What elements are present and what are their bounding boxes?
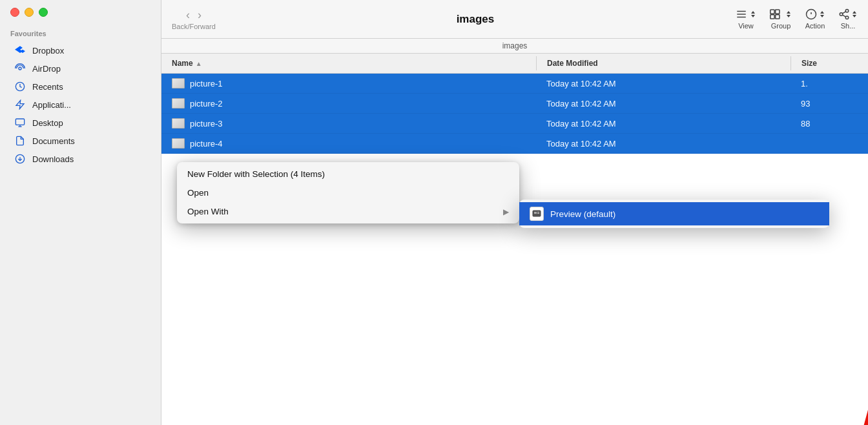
- file-thumbnail: [172, 78, 185, 88]
- back-button[interactable]: ‹: [183, 8, 192, 22]
- action-button[interactable]: Action: [805, 8, 825, 30]
- table-row[interactable]: picture-4 Today at 10:42 AM: [161, 134, 868, 154]
- back-forward-label: Back/Forward: [172, 23, 216, 30]
- table-row[interactable]: picture-1 Today at 10:42 AM 1.: [161, 74, 868, 94]
- red-arrow-icon: [855, 373, 868, 425]
- view-icon-row: [735, 8, 757, 20]
- context-menu-item-label: Open: [187, 188, 209, 198]
- file-name: picture-2: [190, 99, 223, 109]
- group-label: Group: [771, 22, 791, 30]
- file-size: 93: [801, 99, 810, 109]
- file-cell-size: [790, 140, 868, 147]
- favourites-label: Favourites: [0, 27, 161, 41]
- file-cell-date: Today at 10:42 AM: [536, 134, 790, 153]
- group-button[interactable]: Group: [770, 8, 792, 30]
- sidebar-item-desktop[interactable]: Desktop: [4, 114, 157, 132]
- share-chevron-icon: [851, 10, 858, 19]
- file-cell-name: picture-2: [161, 94, 536, 112]
- context-menu-item-label: Open With: [187, 207, 229, 216]
- sidebar-item-dropbox[interactable]: Dropbox: [4, 41, 157, 59]
- file-cell-date: Today at 10:42 AM: [536, 74, 790, 93]
- svg-marker-27: [855, 373, 868, 425]
- table-row[interactable]: picture-3 Today at 10:42 AM 88: [161, 114, 868, 134]
- share-icon-row: [838, 8, 858, 20]
- file-thumbnail: [172, 118, 185, 129]
- desktop-icon: [14, 117, 26, 129]
- group-chevron-icon: [785, 10, 792, 19]
- column-size-header[interactable]: Size: [790, 56, 868, 70]
- action-label: Action: [805, 22, 825, 30]
- file-cell-name: picture-4: [161, 134, 536, 152]
- minimize-button[interactable]: [25, 8, 34, 17]
- sidebar-item-applications[interactable]: Applicati...: [4, 96, 157, 114]
- svg-rect-11: [770, 10, 774, 14]
- column-date-header[interactable]: Date Modified: [536, 56, 790, 70]
- table-row[interactable]: picture-2 Today at 10:42 AM 93: [161, 94, 868, 114]
- file-cell-name: picture-3: [161, 114, 536, 132]
- file-cell-size: 88: [790, 114, 868, 133]
- recents-icon: [14, 81, 26, 92]
- desktop-label: Desktop: [32, 118, 63, 128]
- context-menu: New Folder with Selection (4 Items) Open…: [177, 162, 519, 223]
- sidebar-item-documents[interactable]: Documents: [4, 132, 157, 150]
- svg-rect-24: [534, 212, 537, 214]
- nav-section: ‹ › Back/Forward: [172, 8, 216, 30]
- svg-point-0: [19, 67, 21, 70]
- svg-point-20: [845, 16, 849, 19]
- file-date: Today at 10:42 AM: [546, 119, 616, 129]
- group-icon-row: [770, 8, 792, 20]
- submenu-item-label: Preview (default): [550, 209, 615, 219]
- nav-buttons: ‹ ›: [183, 8, 204, 22]
- file-cell-name: picture-1: [161, 74, 536, 92]
- applications-icon: [14, 99, 26, 110]
- share-label: Sh...: [841, 22, 856, 30]
- documents-label: Documents: [32, 136, 75, 146]
- airdrop-icon: [14, 63, 26, 74]
- view-button[interactable]: View: [735, 8, 757, 30]
- file-date: Today at 10:42 AM: [546, 99, 616, 109]
- recents-label: Recents: [32, 82, 63, 92]
- path-bar: images: [161, 39, 868, 54]
- maximize-button[interactable]: [39, 8, 48, 17]
- close-button[interactable]: [10, 8, 19, 17]
- airdrop-label: AirDrop: [32, 64, 61, 74]
- window-controls: [0, 8, 161, 27]
- context-menu-item-label: New Folder with Selection (4 Items): [187, 169, 325, 179]
- svg-point-19: [840, 13, 843, 16]
- action-chevron-icon: [819, 10, 825, 19]
- sidebar-item-downloads[interactable]: Downloads: [4, 150, 157, 168]
- svg-point-18: [845, 10, 849, 13]
- toolbar-actions: View Group: [735, 8, 858, 30]
- svg-line-21: [842, 15, 845, 17]
- context-menu-item-open-with[interactable]: Open With ▶ Preview (defau: [177, 202, 519, 221]
- share-button[interactable]: Sh...: [838, 8, 858, 30]
- context-menu-item-open[interactable]: Open: [177, 183, 519, 202]
- sidebar-item-recents[interactable]: Recents: [4, 78, 157, 96]
- dropbox-label: Dropbox: [32, 46, 64, 56]
- file-name: picture-1: [190, 79, 223, 88]
- sort-arrow: ▲: [196, 60, 202, 67]
- submenu-item-preview[interactable]: Preview (default): [519, 202, 829, 225]
- toolbar: ‹ › Back/Forward images: [161, 0, 868, 39]
- svg-rect-14: [776, 15, 780, 19]
- svg-rect-25: [537, 212, 539, 212]
- file-thumbnail: [172, 98, 185, 109]
- window-title: images: [226, 13, 725, 26]
- action-icon-row: [805, 8, 825, 20]
- svg-rect-26: [537, 213, 539, 214]
- file-thumbnail: [172, 138, 185, 149]
- svg-line-22: [842, 12, 845, 14]
- forward-button[interactable]: ›: [195, 8, 204, 22]
- file-date: Today at 10:42 AM: [546, 139, 616, 149]
- context-menu-item-new-folder[interactable]: New Folder with Selection (4 Items): [177, 165, 519, 183]
- file-date: Today at 10:42 AM: [546, 79, 616, 88]
- share-icon: [838, 8, 850, 20]
- column-name-header[interactable]: Name ▲: [161, 56, 536, 70]
- submenu-arrow-icon: ▶: [503, 207, 509, 216]
- file-list-container: Name ▲ Date Modified Size picture-1 Toda…: [161, 54, 868, 425]
- applications-label: Applicati...: [32, 100, 71, 110]
- file-cell-date: Today at 10:42 AM: [536, 94, 790, 113]
- svg-rect-13: [770, 15, 774, 19]
- downloads-icon: [14, 153, 26, 165]
- sidebar-item-airdrop[interactable]: AirDrop: [4, 59, 157, 78]
